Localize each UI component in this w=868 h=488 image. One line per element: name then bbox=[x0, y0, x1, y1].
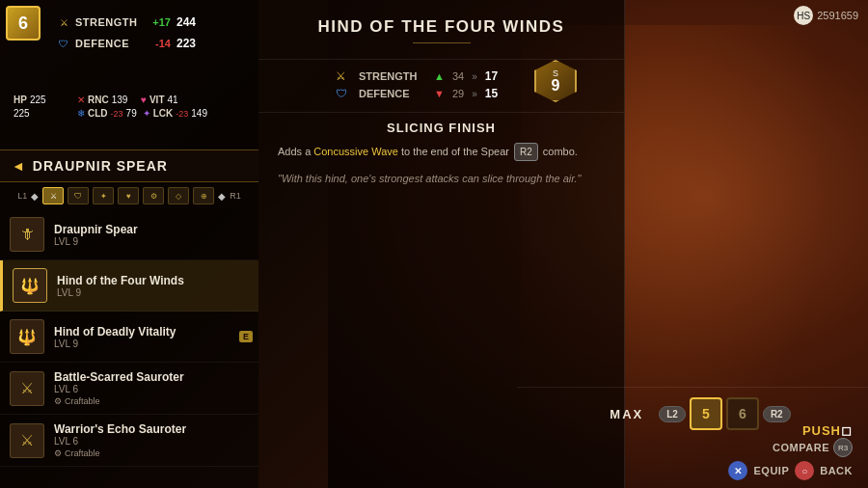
defence-sep: » bbox=[472, 89, 477, 99]
hp-val-2: 225 bbox=[14, 108, 71, 119]
r1-label: R1 bbox=[230, 191, 241, 201]
hs-score: 2591659 bbox=[817, 10, 858, 21]
item-level-badge: S 9 bbox=[534, 60, 577, 106]
list-item[interactable]: 🔱 Hind of the Four Winds LVL 9 bbox=[0, 260, 258, 312]
player-level: 6 bbox=[18, 14, 28, 34]
item-name: Hind of the Four Winds bbox=[57, 274, 249, 287]
compare-action-row: COMPARE R3 bbox=[773, 438, 853, 457]
flavor-text: "With this hind, one's strongest attacks… bbox=[278, 171, 605, 187]
defence-change: -14 bbox=[142, 38, 171, 49]
bottom-actions: COMPARE R3 ✕ EQUIP ○ BACK bbox=[713, 430, 868, 488]
equipment-list: 🗡 Draupnir Spear LVL 9 🔱 Hind of the Fou… bbox=[0, 209, 258, 488]
level-slot-6[interactable]: 6 bbox=[726, 397, 759, 430]
tab-weapon[interactable]: ⚔ bbox=[42, 187, 64, 204]
item-info: Hind of the Four Winds LVL 9 bbox=[57, 274, 249, 298]
defence-to: 15 bbox=[485, 87, 498, 100]
r2-button-badge: R2 bbox=[514, 143, 538, 161]
stats-row-2: 225 ❄ CLD -23 79 ✦ LCK -23 149 bbox=[14, 108, 245, 119]
defence-compare-icon: 🛡 bbox=[336, 87, 351, 100]
ability-description: Adds a Concussive Wave to the end of the… bbox=[278, 143, 605, 161]
strength-change: +17 bbox=[142, 16, 171, 28]
x-button[interactable]: ✕ bbox=[728, 461, 747, 480]
defence-value: 223 bbox=[176, 37, 196, 50]
item-name: Warrior's Echo Sauroter bbox=[54, 422, 249, 436]
weapon-title: DRAUPNIR SPEAR bbox=[33, 158, 168, 174]
defence-stat-row: 🛡 DEFENCE -14 223 bbox=[52, 33, 249, 54]
hs-icon: HS bbox=[794, 6, 813, 25]
high-score-badge: HS 2591659 bbox=[794, 6, 858, 25]
l2-badge[interactable]: L2 bbox=[659, 406, 686, 422]
compare-label: COMPARE bbox=[773, 442, 829, 453]
defence-from: 29 bbox=[452, 88, 464, 99]
vit-stat: ♥ VIT 41 bbox=[141, 95, 199, 105]
list-item[interactable]: 🗡 Draupnir Spear LVL 9 bbox=[0, 209, 258, 260]
hp-stat: HP 225 bbox=[14, 95, 71, 105]
item-info: Hind of Deadly Vitality LVL 9 bbox=[54, 325, 249, 349]
tab-diamond[interactable]: ◇ bbox=[168, 187, 189, 204]
cld-stat: ❄ CLD -23 79 bbox=[77, 108, 137, 119]
title-divider bbox=[413, 42, 471, 43]
strength-from: 34 bbox=[452, 70, 464, 82]
secondary-stats: HP 225 ✕ RNC 139 ♥ VIT 41 225 bbox=[10, 95, 249, 119]
weapon-tab-bar: L1 ◆ ⚔ 🛡 ✦ ♥ ⚙ ◇ ⊕ ◆ R1 bbox=[0, 182, 258, 209]
defence-label: DEFENCE bbox=[75, 38, 138, 49]
item-title-area: HIND OF THE FOUR WINDS bbox=[258, 0, 624, 60]
tab-shield[interactable]: 🛡 bbox=[68, 187, 89, 204]
level-selector: L2 5 6 R2 bbox=[659, 397, 790, 430]
center-panel: HIND OF THE FOUR WINDS S 9 ⚔ STRENGTH ▲ … bbox=[258, 0, 625, 488]
item-icon: ⚔ bbox=[10, 423, 44, 458]
item-icon: 🗡 bbox=[10, 217, 44, 252]
lck-stat: ✦ LCK -23 149 bbox=[143, 108, 207, 119]
player-level-badge: 6 bbox=[6, 6, 41, 41]
left-panel: 6 ⚔ STRENGTH +17 244 🛡 DEFENCE -14 223 H… bbox=[0, 0, 258, 488]
rnc-stat: ✕ RNC 139 bbox=[77, 95, 135, 105]
strength-value: 244 bbox=[176, 15, 196, 29]
equip-action-row: ✕ EQUIP ○ BACK bbox=[728, 461, 853, 480]
r3-label: R3 bbox=[838, 444, 848, 452]
item-icon: 🔱 bbox=[13, 268, 47, 303]
strength-label: STRENGTH bbox=[75, 16, 138, 28]
strength-icon: ⚔ bbox=[56, 14, 71, 30]
item-info: Warrior's Echo Sauroter LVL 6 ⚙Craftable bbox=[54, 422, 249, 458]
back-label: BACK bbox=[820, 465, 853, 476]
l1-label: L1 bbox=[17, 191, 27, 201]
item-info: Draupnir Spear LVL 9 bbox=[54, 223, 249, 247]
item-name: Hind of Deadly Vitality bbox=[54, 325, 249, 339]
strength-compare-icon: ⚔ bbox=[336, 69, 351, 83]
strength-direction-arrow: ▲ bbox=[434, 70, 445, 82]
defence-direction-arrow: ▼ bbox=[434, 88, 445, 99]
ability-section: SLICING FINISH Adds a Concussive Wave to… bbox=[258, 112, 624, 195]
tab-gear[interactable]: ⚙ bbox=[143, 187, 164, 204]
item-icon: 🔱 bbox=[10, 319, 44, 354]
weapon-title-arrow: ◄ bbox=[12, 158, 25, 174]
item-level: LVL 6 bbox=[54, 384, 249, 394]
item-level: LVL 9 bbox=[57, 287, 249, 298]
level-hex: S 9 bbox=[534, 60, 577, 102]
defence-icon: 🛡 bbox=[56, 36, 71, 51]
list-item[interactable]: 🔱 Hind of Deadly Vitality LVL 9 E bbox=[0, 312, 258, 363]
craftable-label: ⚙Craftable bbox=[54, 448, 249, 458]
o-button[interactable]: ○ bbox=[795, 461, 814, 480]
weapon-title-bar: ◄ DRAUPNIR SPEAR bbox=[0, 149, 258, 182]
r2-badge[interactable]: R2 bbox=[763, 406, 791, 422]
equip-label: EQUIP bbox=[753, 465, 789, 476]
level-number: 9 bbox=[552, 78, 560, 94]
list-item[interactable]: ⚔ Warrior's Echo Sauroter LVL 6 ⚙Craftab… bbox=[0, 415, 258, 467]
item-title: HIND OF THE FOUR WINDS bbox=[278, 17, 605, 37]
tab-plus[interactable]: ⊕ bbox=[193, 187, 214, 204]
ability-title: SLICING FINISH bbox=[278, 121, 605, 135]
highlight-concussive: Concussive Wave bbox=[313, 146, 398, 157]
tab-heart[interactable]: ♥ bbox=[118, 187, 139, 204]
item-icon: ⚔ bbox=[10, 371, 44, 406]
r3-button[interactable]: R3 bbox=[833, 438, 853, 457]
craftable-label: ⚙Craftable bbox=[54, 396, 249, 406]
max-label: MAX bbox=[610, 407, 643, 421]
tab-star[interactable]: ✦ bbox=[93, 187, 114, 204]
strength-compare-label: STRENGTH bbox=[359, 70, 426, 82]
list-item[interactable]: ⚔ Battle-Scarred Sauroter LVL 6 ⚙Craftab… bbox=[0, 363, 258, 415]
item-info: Battle-Scarred Sauroter LVL 6 ⚙Craftable bbox=[54, 370, 249, 406]
stats-row-1: HP 225 ✕ RNC 139 ♥ VIT 41 bbox=[14, 95, 245, 105]
strength-stat-row: ⚔ STRENGTH +17 244 bbox=[52, 12, 249, 33]
level-slot-5[interactable]: 5 bbox=[690, 397, 722, 430]
equipped-badge: E bbox=[239, 331, 253, 342]
